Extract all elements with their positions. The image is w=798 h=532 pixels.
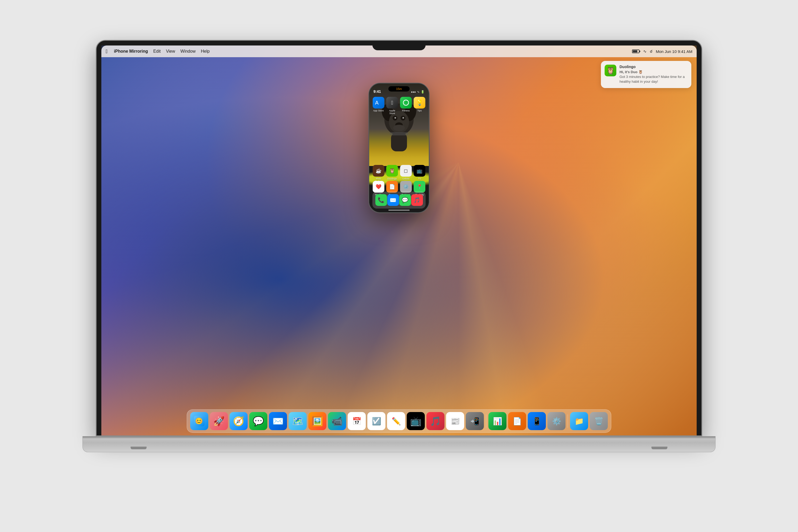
dock-maps[interactable]: 🗺️ <box>289 412 307 430</box>
philz-app-icon: ☕ <box>373 165 384 177</box>
iphone-mirroring-window[interactable]: 9:41 ●●● ∿ 🔋 15m <box>368 83 430 213</box>
dock-facetime[interactable]: 📹 <box>328 412 346 430</box>
fitness-label: Fitness <box>402 109 410 112</box>
menu-help[interactable]: Help <box>201 49 210 54</box>
search-icon[interactable]: ☌ <box>650 49 652 54</box>
notification-app-icon: 🦉 <box>605 65 616 76</box>
macbook-lid:  iPhone Mirroring Edit View Window Help… <box>96 40 702 436</box>
notification-content: Duolingo Hi, it's Duo 🦉 Got 3 minutes to… <box>620 65 688 84</box>
svg-point-14 <box>404 101 407 104</box>
camera-notch <box>373 41 425 50</box>
screen-bezel:  iPhone Mirroring Edit View Window Help… <box>97 41 701 435</box>
iphone-app-appstore[interactable]: A App Store <box>373 97 385 115</box>
fitness-app-icon <box>400 97 412 109</box>
iphone-screen: 9:41 ●●● ∿ 🔋 15m <box>369 83 429 212</box>
music-dock-icon: 🎵 <box>411 194 423 206</box>
dock-files[interactable]: 📁 <box>570 412 588 430</box>
dock-pages[interactable]: 📄 <box>508 412 526 430</box>
dock-trash[interactable]: 🗑️ <box>590 412 608 430</box>
tips-label: Tips <box>417 109 422 112</box>
menubar-left:  iPhone Mirroring Edit View Window Help <box>106 49 210 55</box>
macbook-hinge <box>83 436 715 438</box>
appstore-app-icon: A <box>373 97 384 109</box>
signal-icon: ●●● <box>411 91 416 93</box>
dock-tv[interactable]: 📺 <box>407 412 425 430</box>
tv-app-icon: 📺 <box>414 165 425 177</box>
iphone-status-icons: ●●● ∿ 🔋 <box>411 90 424 94</box>
macbook:  iPhone Mirroring Edit View Window Help… <box>80 40 718 492</box>
iphone-app-fitness[interactable]: Fitness <box>400 97 412 115</box>
dock-mail[interactable]: ✉️ <box>269 412 287 430</box>
menu-datetime: Mon Jun 10 9:41 AM <box>656 49 692 54</box>
macos-screen:  iPhone Mirroring Edit View Window Help… <box>101 45 697 435</box>
iphone-app-tips[interactable]: 💡 Tips <box>414 97 426 115</box>
duolingo-app-icon: 🦉 <box>386 165 398 177</box>
dock-music[interactable]: 🎵 <box>426 412 444 430</box>
iphone-dock-mail[interactable]: ✉️ <box>387 194 399 206</box>
svg-text:A: A <box>375 100 379 106</box>
dock-calendar[interactable]: 📅 <box>348 412 366 430</box>
iphone-time: 9:41 <box>374 89 381 94</box>
svg-point-7 <box>402 117 404 119</box>
notification-banner[interactable]: 🦉 Duolingo Hi, it's Duo 🦉 Got 3 minutes … <box>601 61 691 88</box>
macbook-base <box>82 436 716 452</box>
macbook-foot-right <box>651 446 667 449</box>
applestore-app-icon:  <box>386 97 398 109</box>
tips-app-icon: 💡 <box>414 97 425 109</box>
appstore-label: App Store <box>373 109 384 112</box>
dock-finder[interactable]: 😊 <box>190 412 208 430</box>
iphone-timer: 15m <box>396 87 402 91</box>
dock-separator <box>486 414 486 428</box>
iphone-dock: 📞 ✉️ 💬 <box>373 191 425 209</box>
mail-dock-icon: ✉️ <box>387 194 399 206</box>
dock-launchpad[interactable]: 🚀 <box>210 412 228 430</box>
wifi-status-icon: ∿ <box>417 90 419 94</box>
battery-fill <box>633 50 637 52</box>
menubar-right: ∿ ☌ Mon Jun 10 9:41 AM <box>632 49 692 54</box>
apple-logo-icon[interactable]:  <box>106 49 108 55</box>
battery-icon <box>632 50 640 53</box>
menu-app-name[interactable]: iPhone Mirroring <box>114 49 148 54</box>
menu-window[interactable]: Window <box>180 49 195 54</box>
dock-safari[interactable]: 🧭 <box>230 412 248 430</box>
health-app-icon: ❤️ <box>373 181 384 193</box>
menu-edit[interactable]: Edit <box>153 49 161 54</box>
svg-point-6 <box>395 117 396 119</box>
dock-numbers[interactable]: 📊 <box>488 412 507 430</box>
applestore-label: Apple Store <box>386 109 398 115</box>
battery-status-icon: 🔋 <box>421 90 424 94</box>
notification-message: Got 3 minutes to practice? Make time for… <box>620 75 688 84</box>
svg-rect-11 <box>390 132 408 135</box>
dock-reminders[interactable]: ☑️ <box>367 412 385 430</box>
dock-separator-2 <box>568 414 568 428</box>
svg-point-9 <box>393 125 405 131</box>
home-indicator <box>388 210 410 211</box>
wifi-icon: ∿ <box>643 49 647 54</box>
unfold-app-icon: ◻ <box>400 165 412 177</box>
iphone-frame: 9:41 ●●● ∿ 🔋 15m <box>368 83 430 213</box>
dock-freeform[interactable]: ✏️ <box>387 412 405 430</box>
iphone-dock-phone[interactable]: 📞 <box>375 194 387 206</box>
svg-text:😊: 😊 <box>195 417 203 425</box>
dock-messages[interactable]: 💬 <box>249 412 267 430</box>
dock-news[interactable]: 📰 <box>446 412 464 430</box>
macbook-foot-left <box>131 446 147 449</box>
pages-app-icon: 📄 <box>386 181 398 193</box>
dock-photos[interactable]: 🖼️ <box>308 412 326 430</box>
iphone-app-applestore[interactable]:  Apple Store <box>386 97 398 115</box>
dock-iphone-mirroring[interactable]: 📲 <box>466 412 484 430</box>
dock-system-settings[interactable]: ⚙️ <box>547 412 566 430</box>
iphone-dock-messages[interactable]: 💬 <box>399 194 411 206</box>
notification-app-name: Duolingo <box>620 65 688 69</box>
duolingo-owl-icon: 🦉 <box>606 66 615 75</box>
svg-rect-10 <box>391 133 407 151</box>
iphone-dock-music[interactable]: 🎵 <box>411 194 423 206</box>
menu-view[interactable]: View <box>166 49 175 54</box>
notification-title: Hi, it's Duo 🦉 <box>620 70 688 75</box>
iphone-apps-top-row: A App Store  Apple Store <box>369 95 429 116</box>
macos-dock: 😊 🚀 🧭 💬 ✉️ <box>187 410 611 433</box>
phone-dock-icon: 📞 <box>375 194 387 206</box>
dock-appstore[interactable]: 📱 <box>528 412 546 430</box>
macbook-feet <box>131 446 667 449</box>
settings-app-icon: ⚙️ <box>400 181 412 193</box>
